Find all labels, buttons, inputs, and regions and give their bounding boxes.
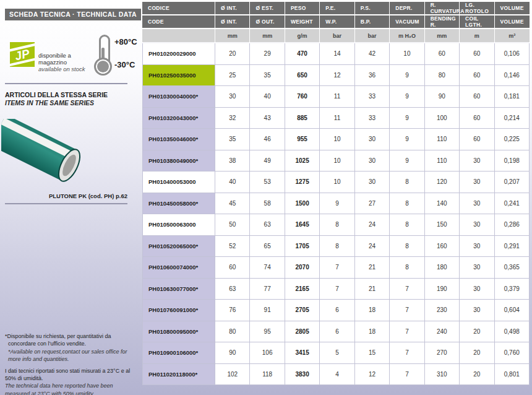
cell-value: 5: [320, 342, 354, 364]
cell-value: 50: [215, 214, 250, 236]
cell-value: 21: [355, 257, 390, 279]
cell-value: 60: [425, 43, 460, 65]
col-header-en: COIL LGTH.: [460, 15, 494, 29]
cell-value: 7: [390, 300, 424, 321]
cell-value: 118: [250, 364, 285, 386]
cell-value: 14: [320, 43, 354, 65]
cell-code: PH010800095000*: [142, 321, 215, 343]
cell-value: 8: [390, 236, 424, 258]
cell-value: 885: [285, 108, 320, 129]
table-row: PH010450058000*455815009278140300,241: [142, 193, 530, 215]
cell-value: 29: [250, 43, 285, 65]
footnote-measurement-it: I dati tecnici riportati sono stati misu…: [5, 367, 139, 383]
table-header: CODICEØ INT.Ø EST.PESOP.E.P.S.DEPR.R. CU…: [142, 2, 530, 43]
cell-value: 2805: [285, 321, 320, 343]
cell-code: PH010200029000: [142, 43, 215, 65]
divider-line: [5, 203, 127, 204]
table-row: PH010760091000*769127056187230300,604: [142, 300, 530, 321]
cell-value: 90: [425, 86, 460, 108]
cell-value: 63: [215, 279, 250, 300]
cell-value: 4: [320, 364, 354, 386]
col-header-it: R. CURVATURA: [425, 2, 460, 15]
col-header-en: Ø INT.: [215, 15, 250, 29]
cell-value: 60: [460, 129, 494, 150]
cell-value: 74: [250, 257, 285, 279]
table-body: PH010200029000202947014421060600,106PH01…: [142, 43, 530, 385]
col-header-it: LG. ROTOLO: [460, 2, 494, 15]
table-row: PH010900106000*9010634155157270200,760: [142, 342, 530, 364]
cell-value: 9: [390, 86, 424, 108]
cell-value: 1500: [285, 193, 320, 215]
cell-value: 100: [425, 108, 460, 129]
cell-value: 10: [320, 129, 354, 150]
header-row: CODEØ INT.Ø OUT.WEIGHTW.P.B.P.VACUUMBEND…: [142, 15, 530, 29]
footnote-availability-en: *Available on request,contact our sales …: [5, 348, 139, 363]
col-header-en: VOLUME: [495, 15, 530, 29]
table-row: PH01025003500025356501236980600,146: [142, 65, 530, 87]
cell-value: 7: [390, 321, 424, 343]
cell-code: PH010300040000*: [142, 86, 215, 108]
cell-value: 42: [355, 43, 390, 65]
cell-value: 1645: [285, 214, 320, 236]
col-header-en: BENDING R.: [425, 15, 460, 29]
series-item-label: PLUTONE PK (cod. PH) p.62: [5, 193, 127, 199]
cell-value: 45: [215, 193, 250, 215]
thermometer-icon: +80°C -30°C: [92, 34, 144, 79]
cell-value: 2165: [285, 279, 320, 300]
cell-code: PH010630077000*: [142, 279, 215, 300]
cell-value: 7: [390, 364, 424, 386]
cell-value: 95: [250, 321, 285, 343]
col-header-it: CODICE: [142, 2, 215, 15]
cell-value: 7: [390, 342, 424, 364]
col-unit: m³: [495, 29, 530, 43]
col-header-it: VOLUME: [495, 2, 530, 15]
col-header-it: Ø EST.: [250, 2, 285, 15]
cell-value: 0,198: [495, 150, 530, 172]
col-unit: [142, 29, 215, 43]
table-row: PH010320043000*324388511339100600,214: [142, 108, 530, 129]
section-header-bar: SCHEDA TECNICA · TECHNICAL DATA: [5, 9, 141, 20]
cell-value: 49: [250, 150, 285, 172]
col-header-en: B.P.: [355, 15, 390, 29]
cell-value: 8: [390, 193, 424, 215]
col-header-en: VACUUM: [390, 15, 424, 29]
cell-value: 160: [425, 236, 460, 258]
col-unit: g/m: [285, 29, 320, 43]
col-unit: m H₂O: [390, 29, 424, 43]
cell-value: 650: [285, 65, 320, 87]
cell-value: 32: [215, 108, 250, 129]
cell-value: 11: [320, 108, 354, 129]
jp-stock-logo: JP: [10, 42, 35, 67]
cell-value: 18: [355, 321, 390, 343]
cell-value: 40: [250, 86, 285, 108]
cell-value: 180: [425, 257, 460, 279]
cell-value: 15: [355, 342, 390, 364]
cell-code: PH010350046000*: [142, 129, 215, 150]
cell-value: 33: [355, 86, 390, 108]
cell-value: 11: [320, 86, 354, 108]
cell-value: 60: [215, 257, 250, 279]
cell-value: 53: [250, 171, 285, 193]
col-header-it: PESO: [285, 2, 320, 15]
cell-value: 20: [215, 43, 250, 65]
table-row: PH010500063000506316458248150300,286: [142, 214, 530, 236]
cell-value: 9: [390, 65, 424, 87]
cell-value: 8: [390, 214, 424, 236]
cell-value: 0,801: [495, 364, 530, 386]
cell-value: 76: [215, 300, 250, 321]
cell-value: 30: [460, 300, 494, 321]
cell-value: 43: [250, 108, 285, 129]
cell-value: 0,498: [495, 321, 530, 343]
cell-value: 40: [215, 171, 250, 193]
cell-value: 91: [250, 300, 285, 321]
series-title-it: ARTICOLI DELLA STESSA SERIE: [5, 91, 108, 98]
cell-code: PH011020118000*: [142, 364, 215, 386]
cell-value: 240: [425, 321, 460, 343]
cell-value: 150: [425, 214, 460, 236]
availability-text-it: disponibile a magazzino: [38, 52, 100, 66]
col-header-it: DEPR.: [390, 2, 424, 15]
cell-value: 20: [460, 321, 494, 343]
cell-code: PH010320043000*: [142, 108, 215, 129]
footnote-availability-it: *Disponibile su richiesta, per quantitat…: [5, 332, 139, 348]
table-row: PH011020118000*10211838304127310200,801: [142, 364, 530, 386]
